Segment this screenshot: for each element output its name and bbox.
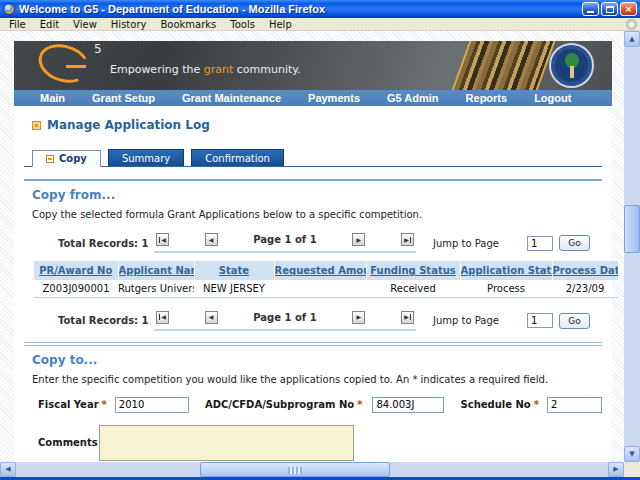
jump-to-page-label: Jump to Page <box>433 315 499 326</box>
cell-funding-status: Received <box>366 280 460 297</box>
scrollbar-corner <box>624 462 640 477</box>
tab-summary-label: Summary <box>122 153 170 164</box>
menu-file[interactable]: File <box>2 18 33 31</box>
next-page-button[interactable]: ▶ <box>352 233 365 246</box>
last-page-button[interactable]: ▶ <box>401 311 414 324</box>
first-page-button[interactable]: ◀ <box>156 311 169 324</box>
copy-to-heading: Copy to... <box>32 353 602 367</box>
banner-tagline: Empowering the grant community. <box>110 63 301 76</box>
tab-copy-label: Copy <box>59 153 87 164</box>
last-page-icon: ▶ <box>404 237 409 243</box>
tab-copy[interactable]: Copy <box>32 150 101 167</box>
cell-application-status: Process <box>460 280 552 297</box>
col-funding-status[interactable]: Funding Status <box>366 261 460 280</box>
horizontal-scrollbar[interactable]: ◀ ▶ <box>0 462 624 477</box>
table-header-row: PR/Award No Applicant Name State Request… <box>34 261 618 280</box>
schedule-no-input[interactable] <box>547 397 602 413</box>
minimize-button[interactable] <box>582 2 599 16</box>
col-pr-award-no[interactable]: PR/Award No <box>34 261 118 280</box>
prev-page-button[interactable]: ◀ <box>205 311 218 324</box>
prev-page-button[interactable]: ◀ <box>205 233 218 246</box>
vertical-scrollbar[interactable]: ▲ ▼ <box>624 31 640 462</box>
fiscal-year-label: Fiscal Year* <box>38 399 107 410</box>
jump-to-page-input[interactable] <box>527 236 553 251</box>
next-page-button[interactable]: ▶ <box>352 311 365 324</box>
browser-window: Welcome to G5 - Department of Education … <box>0 0 640 480</box>
prev-page-icon: ◀ <box>209 314 214 320</box>
menu-view[interactable]: View <box>66 18 104 31</box>
menu-history[interactable]: History <box>104 18 154 31</box>
tab-confirmation[interactable]: Confirmation <box>191 149 284 166</box>
adc-cfda-subprogram-input[interactable] <box>372 397 444 413</box>
tab-confirmation-label: Confirmation <box>205 153 270 164</box>
schedule-no-label: Schedule No* <box>461 399 539 410</box>
scroll-down-button[interactable]: ▼ <box>624 446 640 462</box>
adc-label-text: ADC/CFDA/Subprogram No <box>205 399 354 410</box>
fiscal-year-input[interactable] <box>115 397 189 413</box>
last-page-bar <box>410 237 411 243</box>
nav-reports[interactable]: Reports <box>466 92 508 104</box>
first-page-bar <box>159 314 160 320</box>
window-title: Welcome to G5 - Department of Education … <box>19 3 582 15</box>
go-button[interactable]: Go <box>559 235 590 251</box>
scroll-left-button[interactable]: ◀ <box>0 462 16 477</box>
col-applicant-name[interactable]: Applicant Name <box>118 261 194 280</box>
tagline-grant: grant <box>204 63 234 76</box>
col-process-date[interactable]: Process Date <box>552 261 618 280</box>
comments-textarea[interactable] <box>99 425 354 461</box>
go-button[interactable]: Go <box>559 313 590 329</box>
page-viewport: 5 Empowering the grant community. Main G… <box>0 31 624 462</box>
comments-row: Comments* <box>38 425 602 461</box>
jump-to-page-input[interactable] <box>527 313 553 328</box>
copy-to-description: Enter the specific competition you would… <box>32 374 602 385</box>
jump-to-page-group: Jump to Page Go <box>416 313 590 329</box>
cell-state: NEW JERSEY <box>194 280 274 297</box>
menu-help[interactable]: Help <box>262 18 299 31</box>
page-title: Manage Application Log <box>47 118 210 132</box>
nav-g5-admin[interactable]: G5 Admin <box>387 92 439 104</box>
jump-to-page-label: Jump to Page <box>433 238 499 249</box>
required-marker: * <box>357 399 362 410</box>
nav-payments[interactable]: Payments <box>308 92 360 104</box>
copy-from-description: Copy the selected formula Grant Applicat… <box>32 209 602 220</box>
col-state[interactable]: State <box>194 261 274 280</box>
scroll-thumb-grip <box>288 467 302 474</box>
nav-logout[interactable]: Logout <box>534 92 571 104</box>
scroll-right-button[interactable]: ▶ <box>608 462 624 477</box>
fiscal-year-label-text: Fiscal Year <box>38 399 99 410</box>
scroll-up-button[interactable]: ▲ <box>624 31 640 47</box>
comments-label-text: Comments <box>38 437 98 448</box>
col-requested-amount[interactable]: Requested Amount($) <box>274 261 366 280</box>
adc-cfda-subprogram-label: ADC/CFDA/Subprogram No* <box>205 399 363 410</box>
first-page-icon: ◀ <box>161 314 166 320</box>
firefox-icon <box>3 3 15 15</box>
minimize-icon <box>587 10 594 13</box>
nav-grant-maintenance[interactable]: Grant Maintenance <box>182 92 281 104</box>
col-application-status[interactable]: Application Status <box>460 261 552 280</box>
doe-seal-icon <box>549 43 594 88</box>
menu-edit[interactable]: Edit <box>33 18 66 31</box>
vertical-scroll-thumb[interactable] <box>624 205 640 253</box>
tagline-post: community. <box>233 63 300 76</box>
title-bar[interactable]: Welcome to G5 - Department of Education … <box>0 0 640 18</box>
main-nav: Main Grant Setup Grant Maintenance Payme… <box>14 90 612 106</box>
close-button[interactable]: × <box>620 2 637 16</box>
nav-grant-setup[interactable]: Grant Setup <box>92 92 155 104</box>
table-row: Z003J090001 Rutgers University NEW JERSE… <box>34 280 618 297</box>
menu-tools[interactable]: Tools <box>223 18 262 31</box>
last-page-button[interactable]: ▶ <box>401 233 414 246</box>
page-indicator: Page 1 of 1 <box>253 234 316 245</box>
nav-main[interactable]: Main <box>40 92 65 104</box>
maximize-button[interactable] <box>601 2 618 16</box>
menu-bookmarks[interactable]: Bookmarks <box>153 18 223 31</box>
pagination-top: Total Records: 1 ◀ ◀ Page 1 of 1 ▶ ▶ Jum… <box>24 231 602 255</box>
pager-controls: ◀ ◀ Page 1 of 1 ▶ ▶ <box>154 233 416 253</box>
tab-summary[interactable]: Summary <box>108 149 184 166</box>
first-page-bar <box>159 237 160 243</box>
first-page-button[interactable]: ◀ <box>156 233 169 246</box>
required-marker: * <box>534 399 539 410</box>
next-page-icon: ▶ <box>357 314 362 320</box>
pagination-bottom: Total Records: 1 ◀ ◀ Page 1 of 1 ▶ ▶ Jum… <box>24 309 602 333</box>
cell-pr-award-no: Z003J090001 <box>34 280 118 297</box>
horizontal-scroll-thumb[interactable] <box>200 462 390 477</box>
